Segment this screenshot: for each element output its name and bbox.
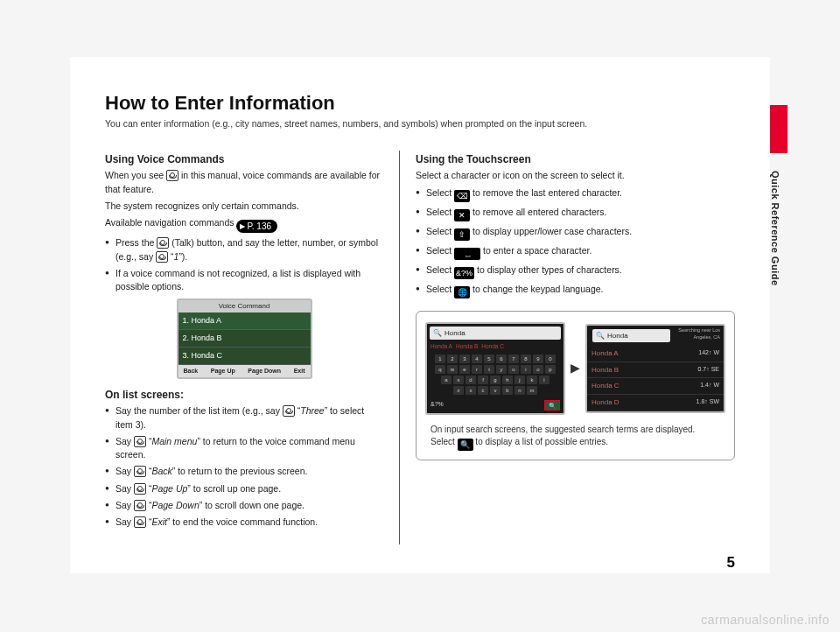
section-tab xyxy=(770,105,788,153)
result-row: Honda B0.7↑ SE xyxy=(587,362,724,379)
globe-icon: 🌐 xyxy=(454,286,470,298)
voice-command-figure: Voice Command 1. Honda A 2. Honda B 3. H… xyxy=(177,298,312,379)
two-column-layout: Using Voice Commands When you see in thi… xyxy=(105,151,735,544)
list-bullet-3: Say “Back” to return to the previous scr… xyxy=(105,465,383,478)
search-key-icon: 🔍 xyxy=(458,439,473,451)
talk-icon xyxy=(134,436,146,447)
voice-bullet-2: If a voice command is not recognized, a … xyxy=(105,267,383,293)
voice-bullet-1: Press the (Talk) button, and say the let… xyxy=(105,236,383,263)
touch-bullet-space: Select ⎵ to enter a space character. xyxy=(416,244,735,260)
talk-icon xyxy=(283,405,295,417)
voice-intro-3: Available navigation commands ▶P. 136 xyxy=(105,216,383,233)
kbd-row: zxcvbnm xyxy=(430,386,561,395)
page-title: How to Enter Information xyxy=(105,92,735,115)
shift-icon: ⇧ xyxy=(454,228,470,241)
talk-icon xyxy=(134,483,146,495)
search-icon xyxy=(596,331,605,341)
clear-icon: ✕ xyxy=(454,209,470,221)
talk-icon xyxy=(134,516,146,528)
talk-icon xyxy=(166,170,178,181)
page-number: 5 xyxy=(727,554,735,572)
manual-page: Quick Reference Guide How to Enter Infor… xyxy=(70,57,770,573)
suggestion-tabs: Honda A Honda B Honda C xyxy=(427,342,564,352)
results-header: Honda Searching near Los Angeles, CA xyxy=(587,326,724,347)
space-icon: ⎵ xyxy=(454,248,480,260)
list-screens-heading: On list screens: xyxy=(105,388,383,403)
vc-item: 2. Honda B xyxy=(178,330,311,348)
search-icon xyxy=(433,328,442,339)
result-row: Honda C1.4↑ W xyxy=(587,378,724,395)
vc-footer: Back Page Up Page Down Exit xyxy=(178,365,311,377)
list-bullet-6: Say “Exit” to end the voice command func… xyxy=(105,516,383,529)
search-field: Honda xyxy=(430,327,561,341)
backspace-icon: ⌫ xyxy=(454,190,470,202)
talk-icon xyxy=(156,251,168,263)
kbd-bottom-bar: &?% 🔍 xyxy=(427,398,564,413)
voice-intro-2: The system recognizes only certain comma… xyxy=(105,200,383,213)
search-button-highlight: 🔍 xyxy=(544,400,560,411)
voice-commands-heading: Using Voice Commands xyxy=(105,152,383,167)
figure-caption: On input search screens, the suggested s… xyxy=(425,424,725,451)
list-bullet-2: Say “Main menu” to return to the voice c… xyxy=(105,435,383,461)
kbd-row: qwertyuiop xyxy=(430,365,561,374)
results-screenshot: Honda Searching near Los Angeles, CA Hon… xyxy=(585,324,725,413)
touchscreen-figure-box: Honda Honda A Honda B Honda C 1234567890… xyxy=(416,311,735,460)
voice-intro-1: When you see in this manual, voice comma… xyxy=(105,169,383,195)
left-column: Using Voice Commands When you see in thi… xyxy=(105,151,383,544)
vc-fig-title: Voice Command xyxy=(178,300,311,312)
intro-text: You can enter information (e.g., city na… xyxy=(105,118,735,129)
keyboard-screenshot: Honda Honda A Honda B Honda C 1234567890… xyxy=(425,322,565,415)
talk-icon xyxy=(157,237,169,249)
touchscreen-figure: Honda Honda A Honda B Honda C 1234567890… xyxy=(425,322,725,415)
kbd-row: 1234567890 xyxy=(430,355,561,363)
list-bullet-1: Say the number of the list item (e.g., s… xyxy=(105,404,383,431)
touchscreen-heading: Using the Touchscreen xyxy=(416,152,735,167)
touch-bullet-lang: Select 🌐 to change the keypad language. xyxy=(416,283,735,298)
page-ref-link[interactable]: ▶P. 136 xyxy=(236,220,277,233)
talk-icon xyxy=(134,466,146,477)
voice-bullets: Press the (Talk) button, and say the let… xyxy=(105,236,383,293)
touch-bullets: Select ⌫ to remove the last entered char… xyxy=(416,186,735,298)
side-section-label: Quick Reference Guide xyxy=(770,171,780,286)
list-screen-bullets: Say the number of the list item (e.g., s… xyxy=(105,404,383,529)
arrow-right-icon: ▶ xyxy=(570,359,580,376)
result-row: Honda A142↑ W xyxy=(587,346,724,362)
watermark: carmanualsonline.info xyxy=(701,613,830,627)
touch-intro: Select a character or icon on the screen… xyxy=(416,169,735,182)
talk-icon xyxy=(134,500,146,511)
touch-bullet-symbols: Select &?% to display other types of cha… xyxy=(416,263,735,279)
touch-bullet-clear: Select ✕ to remove all entered character… xyxy=(416,206,735,221)
touch-bullet-shift: Select ⇧ to display upper/lower case cha… xyxy=(416,225,735,241)
symbols-icon: &?% xyxy=(454,267,474,279)
column-divider xyxy=(399,151,400,544)
list-bullet-4: Say “Page Up” to scroll up one page. xyxy=(105,482,383,495)
list-bullet-5: Say “Page Down” to scroll down one page. xyxy=(105,499,383,512)
kbd-row: asdfghjkl xyxy=(430,376,561,384)
result-row: Honda D1.8↑ SW xyxy=(587,395,724,411)
vc-item: 3. Honda C xyxy=(178,348,311,365)
vc-item: 1. Honda A xyxy=(178,312,311,330)
right-column: Using the Touchscreen Select a character… xyxy=(416,151,735,544)
touch-bullet-delete: Select ⌫ to remove the last entered char… xyxy=(416,186,735,202)
